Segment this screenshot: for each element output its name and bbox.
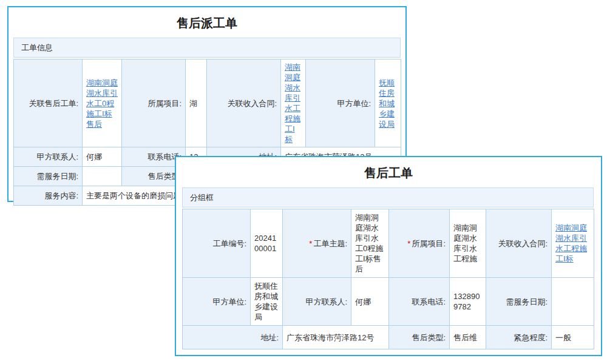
- order-panel-title: 售后工单: [176, 164, 601, 181]
- field-label-phone: 联系电话:: [389, 278, 450, 326]
- field-label-project: *所属项目:: [389, 209, 450, 278]
- project-label-text: 所属项目:: [412, 239, 446, 248]
- field-label-client-unit: 甲方单位:: [306, 59, 375, 147]
- field-label-subject: *工单主题:: [283, 209, 351, 278]
- field-value-phone: 1328909782: [450, 278, 486, 326]
- order-groupbox: 分组框 工单编号: 2024100001 *工单主题: 湖南洞庭湖水库引水工0程…: [182, 187, 594, 349]
- required-mark: *: [309, 239, 312, 248]
- field-value-client-unit: 抚顺住房和城乡建设局: [375, 59, 401, 147]
- required-mark: *: [407, 239, 410, 248]
- field-value-related-order: 湖南洞庭湖水库引水工0程施工I标售后: [83, 59, 122, 147]
- field-label-urgency: 紧急程度:: [486, 326, 552, 349]
- subject-label-text: 工单主题:: [313, 239, 347, 248]
- field-label-service-content: 服务内容:: [14, 186, 83, 206]
- field-value-service-date: [83, 167, 122, 186]
- field-value-client-contact: 何娜: [83, 147, 122, 167]
- field-label-client-contact: 甲方联系人:: [283, 278, 351, 326]
- service-order-panel: 售后工单 分组框 工单编号: 2024100001 *工单主题: 湖南洞庭湖水库…: [175, 156, 602, 356]
- field-value-income-contract: 湖南洞庭湖水库引水工程施工I标: [552, 209, 594, 278]
- field-value-service-type: 售后维: [450, 326, 486, 349]
- field-value-client-unit: 抚顺住房和城乡建设局: [251, 278, 283, 326]
- income-contract-link[interactable]: 湖南洞庭湖水库引水工程施工I标: [285, 62, 300, 144]
- order-group-header: 分组框: [182, 187, 594, 207]
- field-value-order-no: 2024100001: [251, 209, 283, 278]
- dispatch-group-header: 工单信息: [13, 38, 401, 58]
- related-order-link[interactable]: 湖南洞庭湖水库引水工0程施工I标售后: [86, 78, 118, 129]
- field-value-address: 广东省珠海市菏泽路12号: [283, 326, 389, 349]
- field-label-income-contract: 关联收入合同:: [486, 209, 552, 278]
- field-label-service-date: 需服务日期:: [14, 167, 83, 186]
- field-label-client-contact: 甲方联系人:: [14, 147, 83, 167]
- field-label-project: 所属项目:: [122, 59, 186, 147]
- field-label-service-date: 需服务日期:: [486, 278, 552, 326]
- income-contract-link[interactable]: 湖南洞庭湖水库引水工程施工I标: [555, 223, 587, 263]
- field-label-client-unit: 甲方单位:: [183, 278, 251, 326]
- field-value-project: 湖: [186, 59, 207, 147]
- field-value-subject: 湖南洞庭湖水库引水工0程施工I标售后: [351, 209, 389, 278]
- field-value-service-date: [552, 278, 594, 326]
- order-form-table: 工单编号: 2024100001 *工单主题: 湖南洞庭湖水库引水工0程施工I标…: [182, 209, 594, 349]
- field-label-income-contract: 关联收入合同:: [207, 59, 281, 147]
- field-label-order-no: 工单编号:: [183, 209, 251, 278]
- field-value-project: 湖南洞庭湖水库引水工程施: [450, 209, 486, 278]
- field-label-address: 地址:: [183, 326, 283, 349]
- field-label-related-order: 关联售后工单:: [14, 59, 83, 147]
- client-unit-link[interactable]: 抚顺住房和城乡建设局: [379, 78, 395, 129]
- field-label-service-type: 售后类型:: [389, 326, 450, 349]
- field-value-urgency: 一般: [552, 326, 594, 349]
- field-value-client-contact: 何娜: [351, 278, 389, 326]
- field-value-income-contract: 湖南洞庭湖水库引水工程施工I标: [281, 59, 306, 147]
- dispatch-panel-title: 售后派工单: [8, 15, 405, 32]
